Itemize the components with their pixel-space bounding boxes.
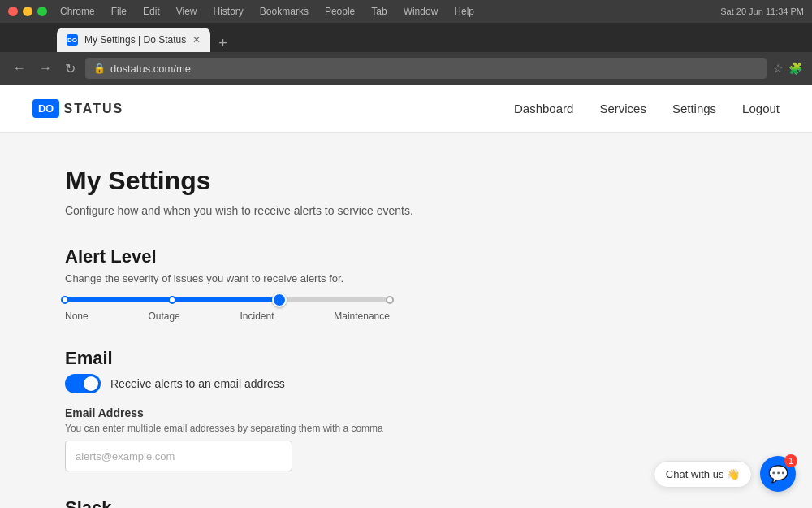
app-name: Chrome (60, 6, 95, 17)
menu-bookmarks[interactable]: Bookmarks (260, 6, 309, 17)
reload-button[interactable]: ↻ (62, 59, 79, 78)
back-button[interactable]: ← (10, 59, 29, 77)
active-tab[interactable]: DO My Settings | Do Status ✕ (57, 28, 210, 52)
close-button[interactable] (8, 7, 18, 16)
chat-open-button[interactable]: 💬 1 (760, 456, 796, 492)
logo-box: DO (32, 99, 59, 118)
tab-bar: DO My Settings | Do Status ✕ + (0, 23, 812, 52)
label-none: None (65, 310, 89, 322)
new-tab-button[interactable]: + (214, 35, 232, 52)
slider-thumb[interactable] (272, 293, 287, 307)
slack-title: Slack (65, 497, 747, 508)
website: DO Status Dashboard Services Settings Lo… (0, 85, 812, 508)
chat-widget: Chat with us 👋 💬 1 (654, 456, 796, 492)
email-toggle-row: Receive alerts to an email address (65, 374, 747, 393)
url-input[interactable]: 🔒 dostatus.com/me (85, 58, 767, 79)
tab-close-icon[interactable]: ✕ (192, 34, 201, 46)
email-title: Email (65, 348, 747, 369)
forward-button[interactable]: → (36, 59, 55, 77)
system-time: Sat 20 Jun 11:34 PM (720, 7, 804, 16)
nav-logout[interactable]: Logout (742, 102, 780, 115)
lock-icon: 🔒 (93, 63, 106, 74)
maximize-button[interactable] (37, 7, 47, 16)
nav-links: Dashboard Services Settings Logout (514, 102, 780, 115)
menu-view[interactable]: View (176, 6, 197, 17)
email-toggle[interactable] (65, 374, 101, 393)
tab-favicon: DO (67, 34, 78, 46)
label-incident: Incident (240, 310, 274, 322)
browser-chrome: Chrome File Edit View History Bookmarks … (0, 0, 812, 85)
chat-badge: 1 (784, 454, 797, 467)
toggle-thumb (84, 376, 98, 391)
minimize-button[interactable] (23, 7, 32, 16)
email-toggle-label: Receive alerts to an email address (110, 377, 285, 390)
page-subtitle: Configure how and when you wish to recei… (65, 204, 747, 217)
slack-section: Slack Receive alerts to a Slack channel … (65, 497, 747, 508)
slider-dot-none (61, 296, 69, 304)
email-field-section: Email Address You can enter multiple ema… (65, 406, 747, 471)
alert-level-slider[interactable]: None Outage Incident Maintenance (65, 297, 747, 322)
menu-help[interactable]: Help (454, 6, 474, 17)
logo[interactable]: DO Status (32, 99, 123, 118)
email-section: Email Receive alerts to an email address… (65, 348, 747, 471)
menu-file[interactable]: File (111, 6, 127, 17)
main-nav: DO Status Dashboard Services Settings Lo… (0, 85, 812, 133)
email-field-hint: You can enter multiple email addresses b… (65, 423, 747, 434)
slider-track[interactable] (65, 297, 390, 302)
address-bar: ← → ↻ 🔒 dostatus.com/me ☆ 🧩 (0, 52, 812, 85)
label-outage: Outage (148, 310, 179, 322)
alert-level-section: Alert Level Change the severity of issue… (65, 246, 747, 322)
menu-people[interactable]: People (325, 6, 355, 17)
menu-window[interactable]: Window (404, 6, 438, 17)
label-maintenance: Maintenance (334, 310, 390, 322)
alert-level-title: Alert Level (65, 246, 747, 267)
page-title: My Settings (65, 166, 747, 196)
page-content: My Settings Configure how and when you w… (0, 133, 812, 508)
traffic-lights (8, 7, 47, 16)
url-text: dostatus.com/me (110, 63, 191, 75)
slider-dot-outage (168, 296, 176, 304)
logo-text: Status (64, 102, 124, 116)
menu-edit[interactable]: Edit (143, 6, 160, 17)
slider-dot-maintenance (386, 296, 394, 304)
menu-tab[interactable]: Tab (371, 6, 387, 17)
extension-icon[interactable]: 🧩 (788, 62, 802, 75)
nav-dashboard[interactable]: Dashboard (514, 102, 573, 115)
nav-settings[interactable]: Settings (672, 102, 716, 115)
email-input[interactable] (65, 441, 292, 471)
alert-level-desc: Change the severity of issues you want t… (65, 272, 747, 284)
address-right-icons: ☆ 🧩 (773, 62, 802, 75)
chat-icon: 💬 (768, 464, 788, 484)
tab-title: My Settings | Do Status (84, 34, 186, 46)
star-icon[interactable]: ☆ (773, 62, 784, 75)
slider-labels: None Outage Incident Maintenance (65, 310, 390, 322)
menu-history[interactable]: History (214, 6, 244, 17)
email-field-label: Email Address (65, 406, 747, 419)
title-bar: Chrome File Edit View History Bookmarks … (0, 0, 812, 23)
nav-services[interactable]: Services (599, 102, 646, 115)
chat-label[interactable]: Chat with us 👋 (654, 461, 752, 488)
